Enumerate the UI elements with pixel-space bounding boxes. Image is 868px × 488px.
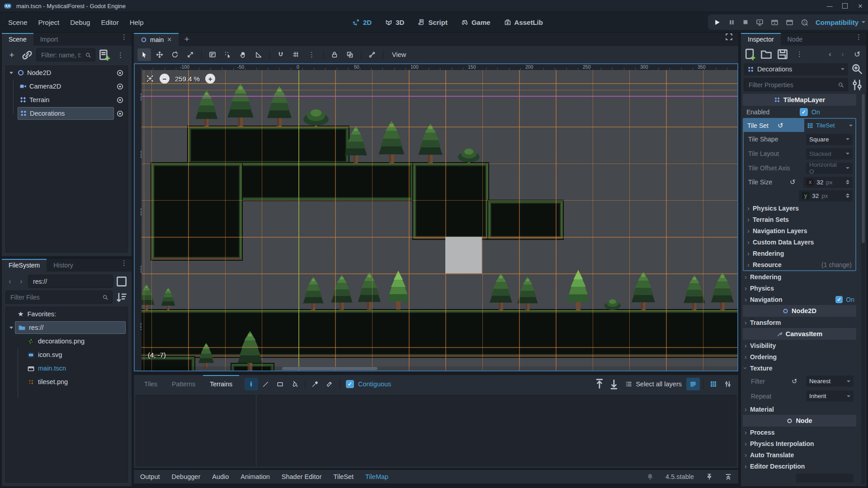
context-3d[interactable]: 3D xyxy=(381,17,409,28)
group-auto-translate[interactable]: ›Auto Translate xyxy=(743,449,856,460)
bucket-tool-button[interactable] xyxy=(288,378,302,390)
contiguous-checkbox[interactable]: ✓ xyxy=(346,380,354,388)
tile-size-y-spinbox[interactable]: y 32 px xyxy=(799,190,853,202)
ruler-tool-button[interactable] xyxy=(252,48,265,61)
menu-debug[interactable]: Debug xyxy=(65,16,95,28)
object-history-button[interactable]: ↺ xyxy=(851,48,863,61)
distraction-free-icon[interactable] xyxy=(725,33,733,41)
tab-main-scene[interactable]: main ✕ xyxy=(134,33,179,46)
expander-icon[interactable] xyxy=(9,327,13,329)
zoom-level[interactable]: 259.4 % xyxy=(175,75,200,83)
visibility-eye-icon[interactable] xyxy=(116,69,124,77)
tab-tiles[interactable]: Tiles xyxy=(137,375,164,393)
group-rendering-tileset[interactable]: ›Rendering xyxy=(744,248,855,259)
close-button[interactable]: ✕ xyxy=(853,0,868,11)
visibility-eye-icon[interactable] xyxy=(116,83,124,90)
new-scene-tab-button[interactable]: + xyxy=(180,33,193,46)
snap-toggle-button[interactable] xyxy=(274,48,288,61)
file-row-root[interactable]: res:// xyxy=(6,321,127,334)
run-specific-scene-button[interactable] xyxy=(771,19,778,26)
group-rendering[interactable]: ›Rendering xyxy=(743,271,856,282)
center-view-icon[interactable] xyxy=(146,75,154,83)
stepper-arrows[interactable] xyxy=(846,193,849,198)
tree-node-node2d[interactable]: Node2D xyxy=(6,66,127,80)
menu-scene[interactable]: Scene xyxy=(3,16,33,28)
file-row-main-tscn[interactable]: main.tscn xyxy=(6,361,127,375)
tree-node-terrain[interactable]: Terrain xyxy=(6,93,127,107)
bottom-tab-output[interactable]: Output xyxy=(140,473,160,480)
filesystem-menu[interactable]: ⋮ xyxy=(117,259,132,272)
context-assetlib[interactable]: AssetLib xyxy=(500,17,547,28)
property-filter[interactable] xyxy=(744,78,848,91)
edited-object-selector[interactable]: Decorations xyxy=(744,63,848,75)
group-physics[interactable]: ›Physics xyxy=(743,282,856,294)
tab-filesystem[interactable]: FileSystem xyxy=(2,259,47,272)
file-filter[interactable] xyxy=(5,291,113,304)
bottom-tab-tileset[interactable]: TileSet xyxy=(333,473,354,480)
group-process[interactable]: ›Process xyxy=(743,427,856,438)
lock-selected-button[interactable] xyxy=(328,48,341,61)
resource-menu[interactable]: ⋮ xyxy=(793,50,807,58)
bottom-tab-audio[interactable]: Audio xyxy=(212,473,229,480)
scene-dock-menu[interactable]: ⋮ xyxy=(117,33,132,46)
file-sort-icon[interactable] xyxy=(115,291,128,304)
instance-scene-icon[interactable] xyxy=(21,49,33,61)
texture-repeat-dropdown[interactable]: Inherit xyxy=(806,390,854,402)
group-selected-button[interactable] xyxy=(343,48,357,61)
tab-node[interactable]: Node xyxy=(781,33,809,46)
tab-terrains[interactable]: Terrains xyxy=(203,375,239,393)
revert-icon[interactable]: ↺ xyxy=(790,178,803,186)
save-resource-icon[interactable] xyxy=(776,48,789,61)
group-transform[interactable]: ›Transform xyxy=(743,317,856,328)
select-tool-button[interactable] xyxy=(137,48,151,61)
group-resource[interactable]: ›Resource (1 change) xyxy=(744,259,855,270)
group-physics-layers[interactable]: ›Physics Layers xyxy=(744,202,855,214)
h-scrollbar-track[interactable] xyxy=(142,366,737,371)
revert-icon[interactable]: ↺ xyxy=(778,122,783,130)
menu-help[interactable]: Help xyxy=(124,16,149,28)
maximize-button[interactable] xyxy=(837,0,853,11)
close-tab-icon[interactable]: ✕ xyxy=(167,36,172,43)
load-resource-icon[interactable] xyxy=(760,48,773,61)
history-forward-button[interactable]: › xyxy=(838,48,847,61)
scene-tree-menu[interactable]: ⋮ xyxy=(113,51,128,59)
list-select-tool-button[interactable] xyxy=(206,48,219,61)
tab-inspector[interactable]: Inspector xyxy=(741,33,781,46)
zoom-out-button[interactable]: − xyxy=(160,74,170,84)
menu-project[interactable]: Project xyxy=(33,16,65,28)
run-current-scene-button[interactable] xyxy=(756,19,764,26)
tile-size-x-spinbox[interactable]: x 32 px xyxy=(803,177,853,188)
scene-filter-input[interactable] xyxy=(40,51,82,59)
renderer-selector[interactable]: Compatibility xyxy=(816,19,865,26)
split-mode-icon[interactable] xyxy=(115,275,128,288)
property-filter-input[interactable] xyxy=(748,81,835,89)
zoom-in-button[interactable]: + xyxy=(205,74,215,84)
viewport-canvas[interactable]: − 259.4 % + (4, -7) xyxy=(142,70,737,371)
rect-tool-button[interactable] xyxy=(274,378,287,390)
context-2d[interactable]: 2D xyxy=(348,17,376,28)
group-navigation[interactable]: ›Navigation ✓ On xyxy=(743,294,856,305)
view-menu[interactable]: View xyxy=(387,51,410,58)
run-remote-debug-button[interactable] xyxy=(786,19,793,26)
tilemap-advanced-menu[interactable] xyxy=(721,378,735,390)
tile-offset-axis-dropdown[interactable]: Horizontal O xyxy=(806,163,853,174)
line-tool-button[interactable] xyxy=(259,378,273,390)
snap-menu[interactable]: ⋮ xyxy=(305,51,319,59)
visibility-eye-icon[interactable] xyxy=(116,96,124,104)
visibility-eye-icon[interactable] xyxy=(116,110,124,117)
attach-script-icon[interactable] xyxy=(98,49,111,61)
skeleton-options-button[interactable] xyxy=(365,48,379,61)
minimize-button[interactable]: — xyxy=(822,0,837,11)
paint-tool-button[interactable] xyxy=(245,378,258,390)
layer-up-icon[interactable] xyxy=(593,378,606,390)
group-material[interactable]: ›Material xyxy=(743,404,856,415)
add-node-button[interactable]: + xyxy=(5,49,18,61)
inspector-scrollbar-thumb[interactable] xyxy=(862,94,865,243)
texture-filter-dropdown[interactable]: Nearest xyxy=(806,375,854,387)
inspector-menu[interactable]: ⋮ xyxy=(852,33,866,46)
bottom-tab-shader-editor[interactable]: Shader Editor xyxy=(282,473,322,480)
notifications-bell-icon[interactable] xyxy=(646,473,654,480)
tab-patterns[interactable]: Patterns xyxy=(165,375,202,393)
enabled-checkbox[interactable]: ✓ xyxy=(800,108,808,116)
pin-bottom-panel-icon[interactable] xyxy=(706,473,713,480)
